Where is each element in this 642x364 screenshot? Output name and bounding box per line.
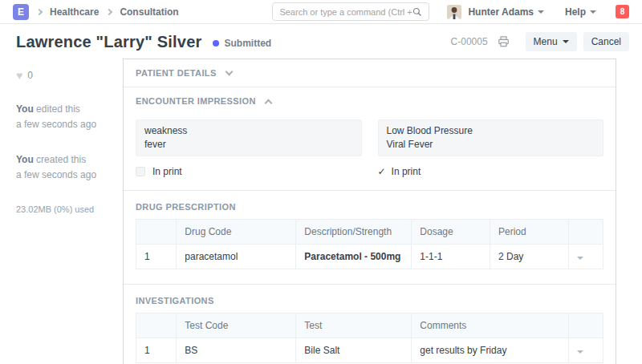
col-description-strength: Description/Strength	[296, 219, 412, 244]
symptoms-textarea[interactable]: weakness fever	[136, 119, 362, 156]
chevron-down-icon	[538, 10, 544, 14]
edited-who: You	[16, 103, 34, 115]
global-search[interactable]	[272, 2, 429, 21]
edited-when: a few seconds ago	[16, 119, 96, 130]
page-title: Lawrence "Larry" Silver	[16, 33, 201, 51]
section-drug-prescription: DRUG PRESCRIPTION Drug Code Description/…	[124, 191, 616, 285]
form-sidebar: ♥ 0 You edited this a few seconds ago Yo…	[0, 59, 123, 214]
table-header-row: Test Code Test Comments	[136, 313, 603, 338]
row-expand-button[interactable]	[568, 338, 603, 362]
breadcrumb-consultation[interactable]: Consultation	[120, 6, 178, 18]
chevron-down-icon	[225, 68, 233, 76]
row-index[interactable]: 1	[136, 338, 177, 362]
chevron-down-icon	[577, 350, 583, 354]
chevron-down-icon	[563, 40, 569, 43]
section-encounter-impression: ENCOUNTER IMPRESSION weakness fever In p…	[124, 87, 616, 191]
table-header-row: Drug Code Description/Strength Dosage Pe…	[136, 219, 603, 244]
page-header: Lawrence "Larry" Silver Submitted C-0000…	[0, 24, 642, 59]
test-code-cell[interactable]: BS	[177, 338, 296, 362]
search-icon	[412, 7, 422, 17]
row-expand-button[interactable]	[568, 244, 603, 269]
comments-cell[interactable]: get results by Friday	[412, 338, 568, 362]
storage-usage: 23.02MB (0%) used	[16, 204, 113, 214]
chevron-up-icon	[264, 99, 272, 107]
created-comment: You created this a few seconds ago	[16, 152, 113, 182]
edited-comment: You edited this a few seconds ago	[16, 102, 113, 131]
status-badge: Submitted	[213, 38, 271, 49]
col-comments: Comments	[412, 313, 568, 338]
form-card: PATIENT DETAILS ENCOUNTER IMPRESSION wea…	[123, 59, 616, 364]
user-menu[interactable]: Hunter Adams	[468, 6, 544, 18]
section-label: ENCOUNTER IMPRESSION	[136, 96, 256, 106]
breadcrumb-chevron-icon	[106, 8, 112, 14]
help-menu[interactable]: Help	[565, 6, 596, 18]
col-test: Test	[296, 313, 412, 338]
period-cell[interactable]: 2 Day	[490, 244, 569, 269]
edited-action: edited this	[34, 103, 80, 115]
col-test-code: Test Code	[177, 313, 296, 338]
menu-button-label: Menu	[534, 36, 558, 47]
chevron-down-icon	[577, 257, 583, 260]
table-row: 1 paracetamol Paracetamol - 500mg 1-1-1 …	[136, 244, 603, 269]
user-name: Hunter Adams	[468, 6, 534, 18]
print-icon[interactable]	[498, 36, 510, 47]
document-id: C-00005	[451, 36, 488, 47]
chevron-down-icon	[590, 10, 596, 14]
section-label: DRUG PRESCRIPTION	[136, 191, 603, 219]
dosage-cell[interactable]: 1-1-1	[412, 244, 490, 269]
section-label: PATIENT DETAILS	[136, 68, 217, 78]
col-dosage: Dosage	[412, 219, 490, 244]
search-input[interactable]	[279, 7, 412, 17]
col-period: Period	[490, 219, 569, 244]
section-patient-details: PATIENT DETAILS	[124, 59, 616, 87]
created-when: a few seconds ago	[16, 169, 96, 180]
row-index[interactable]: 1	[136, 244, 177, 269]
section-investigations: INVESTIGATIONS Test Code Test Comments	[124, 285, 616, 364]
help-label: Help	[565, 6, 586, 18]
section-label: INVESTIGATIONS	[136, 285, 603, 313]
table-row: 1 BS Bile Salt get results by Friday	[136, 338, 603, 362]
symptoms-in-print-checkbox[interactable]: In print	[136, 166, 362, 177]
section-patient-details-toggle[interactable]: PATIENT DETAILS	[124, 59, 616, 87]
status-dot-icon	[213, 40, 219, 47]
col-actions	[568, 313, 603, 338]
check-icon: ✓	[378, 167, 386, 176]
checkbox-unchecked-icon	[136, 167, 145, 176]
test-cell[interactable]: Bile Salt	[296, 338, 412, 362]
top-navbar: E Healthcare Consultation Hunter Adams H…	[0, 0, 642, 24]
breadcrumb-chevron-icon	[36, 8, 43, 14]
app-logo[interactable]: E	[13, 4, 29, 20]
checkbox-label: In print	[392, 166, 421, 177]
section-encounter-impression-toggle[interactable]: ENCOUNTER IMPRESSION	[124, 87, 616, 115]
breadcrumb-healthcare[interactable]: Healthcare	[50, 6, 99, 18]
col-serial	[136, 313, 177, 338]
diagnosis-textarea[interactable]: Low Blood Pressure Viral Fever	[378, 119, 604, 156]
cancel-button[interactable]: Cancel	[583, 32, 629, 51]
menu-button[interactable]: Menu	[526, 32, 577, 51]
status-label: Submitted	[224, 38, 271, 49]
drug-prescription-table: Drug Code Description/Strength Dosage Pe…	[136, 219, 603, 269]
investigations-table: Test Code Test Comments 1 BS Bile Salt g…	[136, 313, 603, 363]
drug-code-cell[interactable]: paracetamol	[177, 244, 296, 269]
col-serial	[136, 219, 177, 244]
col-actions	[568, 219, 603, 244]
checkbox-label: In print	[152, 166, 182, 177]
description-strength-cell[interactable]: Paracetamol - 500mg	[296, 244, 412, 269]
created-action: created this	[34, 154, 86, 165]
notifications-badge[interactable]: 8	[616, 5, 629, 18]
col-drug-code: Drug Code	[177, 219, 296, 244]
like-count: 0	[27, 70, 33, 81]
diagnosis-in-print-checkbox[interactable]: ✓ In print	[378, 166, 604, 177]
like-heart-icon[interactable]: ♥	[16, 70, 22, 81]
user-avatar[interactable]	[447, 5, 461, 19]
created-who: You	[16, 154, 34, 165]
